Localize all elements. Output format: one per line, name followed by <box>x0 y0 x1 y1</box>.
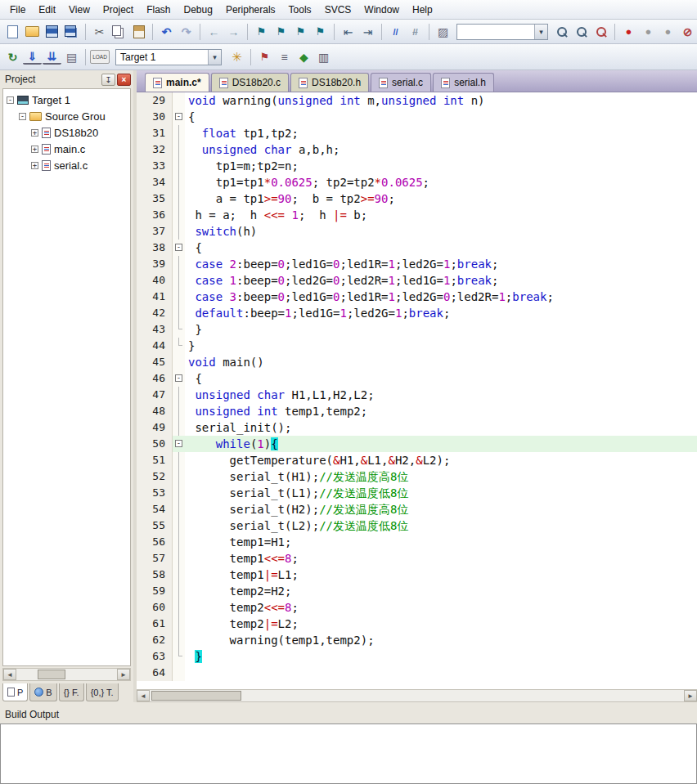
rebuild-icon[interactable]: ⇊ <box>43 50 61 65</box>
redo-icon[interactable]: ↷ <box>177 23 196 41</box>
line-number[interactable]: 34 <box>137 174 173 190</box>
line-number[interactable]: 47 <box>137 387 173 403</box>
code-line[interactable]: 53 serial_t(L1);//发送温度低8位 <box>137 485 697 501</box>
indent-left-icon[interactable]: ⇤ <box>339 23 357 41</box>
pin-panel-button[interactable]: ↧ <box>101 74 115 86</box>
fold-margin[interactable]: - <box>173 370 185 387</box>
menu-tools[interactable]: Tools <box>282 2 318 18</box>
line-number[interactable]: 36 <box>137 207 173 223</box>
line-number[interactable]: 60 <box>137 599 173 616</box>
line-number[interactable]: 44 <box>137 338 173 354</box>
tree-expander-icon[interactable]: + <box>31 129 38 137</box>
code-line[interactable]: 36 h = a; h <<= 1; h |= b; <box>137 207 697 223</box>
find-text-combobox[interactable]: ▾ <box>456 24 548 40</box>
menu-view[interactable]: View <box>62 2 97 18</box>
breakpoint-kill-all-icon[interactable]: ⊘ <box>678 23 697 41</box>
find-text-input[interactable] <box>457 25 534 38</box>
code-line[interactable]: 35 a = tp1>=90; b = tp2>=90; <box>137 190 697 207</box>
target-select-combobox[interactable]: Target 1 ▾ <box>115 49 222 65</box>
code-line[interactable]: 63 } <box>137 648 697 665</box>
code-line[interactable]: 45void main() <box>137 354 697 370</box>
line-number[interactable]: 62 <box>137 632 173 648</box>
scroll-thumb[interactable] <box>38 670 65 679</box>
tree-expander-icon[interactable]: - <box>19 113 26 120</box>
save-all-icon[interactable] <box>62 23 81 41</box>
menu-help[interactable]: Help <box>406 2 439 18</box>
tree-item-main-c[interactable]: +main.c <box>3 141 130 157</box>
line-number[interactable]: 33 <box>137 158 173 174</box>
tree-item-target-1[interactable]: -Target 1 <box>3 92 130 108</box>
code-line[interactable]: 46- { <box>137 370 697 387</box>
line-number[interactable]: 42 <box>137 305 173 321</box>
code-line[interactable]: 50- while(1){ <box>137 436 697 452</box>
code-line[interactable]: 29void warning(unsigned int m,unsigned i… <box>137 92 697 109</box>
line-number[interactable]: 55 <box>137 517 173 534</box>
project-tree[interactable]: -Target 1-Source Grou+DS18b20+main.c+ser… <box>2 88 131 666</box>
editor-horizontal-scrollbar[interactable]: ◄ ► <box>137 689 697 702</box>
menu-flash[interactable]: Flash <box>140 2 177 18</box>
code-line[interactable]: 52 serial_t(H1);//发送温度高8位 <box>137 468 697 485</box>
file-extensions-icon[interactable]: ≡ <box>275 48 294 66</box>
code-line[interactable]: 60 temp2<<=8; <box>137 599 697 616</box>
code-line[interactable]: 30-{ <box>137 109 697 125</box>
line-number[interactable]: 57 <box>137 550 173 567</box>
nav-back-icon[interactable]: ← <box>205 23 223 41</box>
line-number[interactable]: 37 <box>137 223 173 240</box>
bookmark-toggle-icon[interactable]: ⚑ <box>252 23 271 41</box>
code-line[interactable]: 56 temp1=H1; <box>137 534 697 550</box>
line-number[interactable]: 35 <box>137 190 173 207</box>
tree-item-serial-c[interactable]: +serial.c <box>3 157 130 173</box>
fold-margin[interactable]: - <box>173 436 185 452</box>
find-icon[interactable] <box>572 23 591 41</box>
code-line[interactable]: 32 unsigned char a,b,h; <box>137 141 697 158</box>
breakpoint-toggle-icon[interactable]: ● <box>619 23 638 41</box>
line-number[interactable]: 56 <box>137 534 173 550</box>
code-line[interactable]: 54 serial_t(H2);//发送温度高8位 <box>137 501 697 517</box>
manage-books-icon[interactable]: ▥ <box>314 48 333 66</box>
code-line[interactable]: 34 tp1=tp1*0.0625; tp2=tp2*0.0625; <box>137 174 697 190</box>
fold-margin[interactable]: - <box>173 240 185 256</box>
scroll-track[interactable] <box>150 690 684 701</box>
build-icon[interactable]: ⇓ <box>23 50 42 65</box>
editor-tab-DS18b20c[interactable]: DS18b20.c <box>211 73 289 92</box>
new-file-icon[interactable] <box>3 23 22 41</box>
scroll-right-button[interactable]: ► <box>684 690 697 701</box>
scroll-thumb[interactable] <box>151 691 241 701</box>
breakpoint-disable-all-icon[interactable]: ● <box>659 23 677 41</box>
menu-peripherals[interactable]: Peripherals <box>219 2 282 18</box>
save-icon[interactable] <box>43 23 61 41</box>
panel-tab-project[interactable]: P <box>2 683 28 701</box>
code-line[interactable]: 48 unsigned int temp1,temp2; <box>137 403 697 419</box>
editor-tab-mainc[interactable]: main.c* <box>145 73 209 92</box>
editor-tab-serialc[interactable]: serial.c <box>371 73 431 92</box>
code-line[interactable]: 58 temp1|=L1; <box>137 567 697 583</box>
cut-icon[interactable]: ✂ <box>90 23 109 41</box>
tree-item-ds18b20[interactable]: +DS18b20 <box>3 124 130 141</box>
tree-expander-icon[interactable]: - <box>7 96 14 104</box>
line-number[interactable]: 52 <box>137 468 173 485</box>
code-lines[interactable]: 29void warning(unsigned int m,unsigned i… <box>137 92 697 689</box>
scroll-left-button[interactable]: ◄ <box>137 690 150 701</box>
tree-expander-icon[interactable]: + <box>31 146 38 153</box>
code-line[interactable]: 61 temp2|=L2; <box>137 616 697 632</box>
panel-tab-templates[interactable]: {0,} T. <box>86 683 119 701</box>
scroll-left-button[interactable]: ◄ <box>3 669 16 680</box>
scroll-right-button[interactable]: ► <box>117 669 130 680</box>
code-line[interactable]: 42 default:beep=1;led1G=1;led2G=1;break; <box>137 305 697 321</box>
code-line[interactable]: 43 } <box>137 321 697 338</box>
panel-tab-books[interactable]: B <box>29 683 56 701</box>
target-dropdown-button[interactable]: ▾ <box>208 50 221 65</box>
line-number[interactable]: 53 <box>137 485 173 501</box>
menu-svcs[interactable]: SVCS <box>318 2 358 18</box>
uncomment-selection-icon[interactable]: // <box>406 23 425 41</box>
build-output-content[interactable] <box>0 724 697 784</box>
editor-tab-DS18b20h[interactable]: DS18b20.h <box>290 73 369 92</box>
find-dropdown-button[interactable]: ▾ <box>534 25 547 39</box>
menu-debug[interactable]: Debug <box>178 2 219 18</box>
open-file-icon[interactable] <box>23 23 42 41</box>
line-number[interactable]: 43 <box>137 321 173 338</box>
fold-margin[interactable]: - <box>173 109 185 125</box>
code-line[interactable]: 49 serial_init(); <box>137 419 697 436</box>
scroll-track[interactable] <box>16 669 117 680</box>
code-line[interactable]: 55 serial_t(L2);//发送温度低8位 <box>137 517 697 534</box>
